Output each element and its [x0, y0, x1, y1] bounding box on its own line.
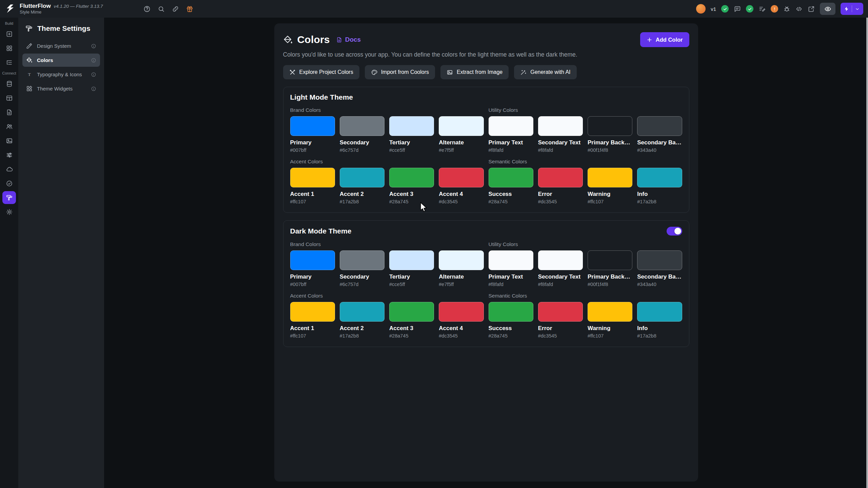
- color-swatch-accent-3[interactable]: Accent 3#28a745: [389, 302, 434, 339]
- color-swatch-tertiary[interactable]: Tertiary#cce5ff: [389, 250, 434, 287]
- comments-icon[interactable]: [734, 5, 741, 13]
- swatch-preview[interactable]: [439, 250, 484, 270]
- window-scrollbar[interactable]: [866, 18, 868, 488]
- swatch-preview[interactable]: [340, 250, 384, 270]
- rail-item-settings[interactable]: [2, 205, 16, 218]
- swatch-preview[interactable]: [290, 116, 335, 136]
- panel-item-typography-icons[interactable]: TTypography & Icons: [22, 68, 100, 81]
- color-swatch-accent-3[interactable]: Accent 3#28a745: [389, 168, 434, 204]
- swatch-preview[interactable]: [340, 302, 384, 322]
- color-swatch-accent-2[interactable]: Accent 2#17a2b8: [340, 168, 384, 204]
- swatch-preview[interactable]: [389, 168, 434, 187]
- color-swatch-accent-1[interactable]: Accent 1#ffc107: [290, 168, 335, 204]
- rail-item-tests[interactable]: [2, 177, 16, 190]
- swatch-preview[interactable]: [637, 168, 682, 187]
- color-swatch-warning[interactable]: Warning#ffc107: [588, 302, 632, 339]
- color-swatch-primary[interactable]: Primary#007bff: [290, 250, 335, 287]
- swatch-preview[interactable]: [290, 168, 335, 187]
- color-swatch-accent-1[interactable]: Accent 1#ffc107: [290, 302, 335, 339]
- swatch-preview[interactable]: [588, 250, 632, 270]
- run-button[interactable]: [841, 3, 863, 15]
- swatch-preview[interactable]: [538, 250, 583, 270]
- color-swatch-warning[interactable]: Warning#ffc107: [588, 168, 632, 204]
- swatch-preview[interactable]: [389, 250, 434, 270]
- dark-mode-toggle[interactable]: [667, 227, 682, 236]
- swatch-preview[interactable]: [290, 302, 335, 322]
- color-swatch-secondary-text[interactable]: Secondary Text#f8fafd: [538, 116, 583, 153]
- color-swatch-error[interactable]: Error#dc3545: [538, 168, 583, 204]
- color-swatch-primary-background[interactable]: Primary Background#00f1f4f8: [588, 116, 632, 153]
- color-swatch-secondary[interactable]: Secondary#6c757d: [340, 250, 384, 287]
- swatch-preview[interactable]: [588, 116, 632, 136]
- checks-status-icon[interactable]: [746, 5, 753, 13]
- swatch-preview[interactable]: [538, 302, 583, 322]
- flutterflow-logo[interactable]: [5, 3, 16, 14]
- deploy-status-icon[interactable]: [721, 5, 729, 13]
- swatch-preview[interactable]: [340, 116, 384, 136]
- rail-item-database[interactable]: [2, 77, 16, 90]
- color-swatch-secondary-background[interactable]: Secondary Background#343a40: [637, 116, 682, 153]
- swatch-preview[interactable]: [489, 116, 533, 136]
- link-icon[interactable]: [172, 5, 179, 13]
- import-from-coolors-button[interactable]: Import from Coolors: [365, 65, 435, 79]
- rail-item-api-calls[interactable]: [2, 106, 16, 119]
- swatch-preview[interactable]: [637, 116, 682, 136]
- color-swatch-accent-2[interactable]: Accent 2#17a2b8: [340, 302, 384, 339]
- version-badge[interactable]: v1: [711, 6, 716, 12]
- swatch-preview[interactable]: [637, 250, 682, 270]
- edit-history-icon[interactable]: [758, 5, 766, 13]
- preview-button[interactable]: [820, 3, 835, 15]
- swatch-preview[interactable]: [340, 168, 384, 187]
- rail-item-team[interactable]: [2, 120, 16, 133]
- open-app-icon[interactable]: [808, 5, 815, 13]
- rail-item-app-values[interactable]: [2, 148, 16, 161]
- user-avatar[interactable]: [696, 4, 706, 14]
- color-swatch-accent-4[interactable]: Accent 4#dc3545: [439, 168, 484, 204]
- search-icon[interactable]: [158, 5, 165, 13]
- color-swatch-alternate[interactable]: Alternate#e7f5ff: [439, 250, 484, 287]
- color-swatch-accent-4[interactable]: Accent 4#dc3545: [439, 302, 484, 339]
- panel-item-colors[interactable]: Colors: [22, 54, 100, 67]
- panel-item-design-system[interactable]: Design System: [22, 39, 100, 53]
- developer-menu-icon[interactable]: [795, 5, 803, 13]
- rail-item-page-selector[interactable]: [2, 27, 16, 40]
- color-swatch-secondary-background[interactable]: Secondary Background#343a40: [637, 250, 682, 287]
- swatch-preview[interactable]: [538, 116, 583, 136]
- help-icon[interactable]: [143, 5, 151, 13]
- add-color-button[interactable]: Add Color: [640, 32, 689, 47]
- color-swatch-secondary-text[interactable]: Secondary Text#f8fafd: [538, 250, 583, 287]
- docs-link[interactable]: Docs: [336, 36, 361, 43]
- swatch-preview[interactable]: [538, 168, 583, 187]
- color-swatch-info[interactable]: Info#17a2b8: [637, 302, 682, 339]
- extract-from-image-button[interactable]: Extract from Image: [440, 65, 509, 79]
- swatch-preview[interactable]: [588, 168, 632, 187]
- generate-with-ai-button[interactable]: Generate with AI: [514, 65, 576, 79]
- color-swatch-primary-background[interactable]: Primary Background#00f1f4f8: [588, 250, 632, 287]
- rail-item-widget-palette[interactable]: [2, 42, 16, 55]
- alerts-icon[interactable]: [771, 5, 778, 13]
- color-swatch-tertiary[interactable]: Tertiary#cce5ff: [389, 116, 434, 153]
- rail-item-media-assets[interactable]: [2, 134, 16, 147]
- swatch-preview[interactable]: [439, 168, 484, 187]
- swatch-preview[interactable]: [389, 302, 434, 322]
- color-swatch-alternate[interactable]: Alternate#e7f5ff: [439, 116, 484, 153]
- rail-item-widget-tree[interactable]: [2, 56, 16, 69]
- rail-item-cloud-functions[interactable]: [2, 163, 16, 176]
- color-swatch-success[interactable]: Success#28a745: [489, 168, 533, 204]
- swatch-preview[interactable]: [489, 302, 533, 322]
- swatch-preview[interactable]: [489, 168, 533, 187]
- swatch-preview[interactable]: [588, 302, 632, 322]
- swatch-preview[interactable]: [637, 302, 682, 322]
- color-swatch-success[interactable]: Success#28a745: [489, 302, 533, 339]
- swatch-preview[interactable]: [439, 116, 484, 136]
- color-swatch-primary-text[interactable]: Primary Text#f8fafd: [489, 250, 533, 287]
- gift-icon[interactable]: [186, 5, 193, 13]
- color-swatch-error[interactable]: Error#dc3545: [538, 302, 583, 339]
- rail-item-data-types[interactable]: [2, 92, 16, 104]
- color-swatch-secondary[interactable]: Secondary#6c757d: [340, 116, 384, 153]
- swatch-preview[interactable]: [290, 250, 335, 270]
- color-swatch-info[interactable]: Info#17a2b8: [637, 168, 682, 204]
- swatch-preview[interactable]: [389, 116, 434, 136]
- panel-item-theme-widgets[interactable]: Theme Widgets: [22, 82, 100, 95]
- swatch-preview[interactable]: [489, 250, 533, 270]
